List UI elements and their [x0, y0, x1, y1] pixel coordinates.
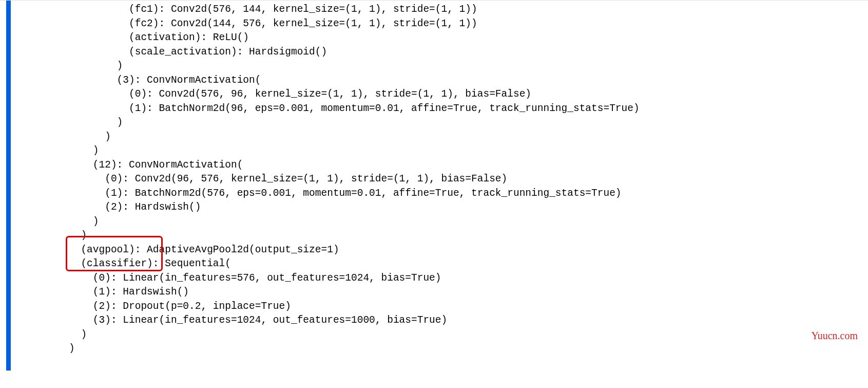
code-line: (1): BatchNorm2d(576, eps=0.001, momentu…: [69, 188, 622, 199]
code-line: (0): Conv2d(576, 96, kernel_size=(1, 1),…: [69, 88, 531, 100]
code-line: (0): Linear(in_features=576, out_feature…: [69, 272, 441, 284]
code-line: (0): Conv2d(96, 576, kernel_size=(1, 1),…: [69, 173, 507, 184]
code-line: (2): Hardswish(): [69, 201, 201, 213]
code-line: (1): Hardswish(): [69, 286, 189, 298]
code-line: (classifier): Sequential(: [69, 258, 231, 269]
code-line: ): [69, 131, 111, 142]
watermark-text: Yuucn.com: [811, 329, 858, 343]
code-line: ): [69, 60, 123, 71]
code-line: (12): ConvNormActivation(: [69, 159, 243, 171]
code-cell-indicator: [6, 1, 11, 371]
code-line: ): [69, 329, 87, 340]
code-line: (activation): ReLU(): [69, 32, 249, 43]
code-line: (avgpool): AdaptiveAvgPool2d(output_size…: [69, 244, 339, 255]
code-line: ): [69, 145, 99, 156]
code-line: (3): Linear(in_features=1024, out_featur…: [69, 315, 447, 326]
code-line: (1): BatchNorm2d(96, eps=0.001, momentum…: [69, 103, 640, 114]
code-line: ): [69, 230, 87, 241]
code-line: ): [69, 117, 123, 128]
code-line: (fc2): Conv2d(144, 576, kernel_size=(1, …: [69, 18, 477, 29]
code-line: (scale_activation): Hardsigmoid(): [69, 46, 327, 58]
code-line: (2): Dropout(p=0.2, inplace=True): [69, 301, 291, 312]
code-line: ): [69, 343, 75, 354]
code-line: ): [69, 216, 99, 227]
code-line: (3): ConvNormActivation(: [69, 75, 261, 86]
code-output-block: (fc1): Conv2d(576, 144, kernel_size=(1, …: [12, 3, 868, 356]
code-container: (fc1): Conv2d(576, 144, kernel_size=(1, …: [0, 1, 868, 356]
code-line: (fc1): Conv2d(576, 144, kernel_size=(1, …: [69, 4, 477, 15]
